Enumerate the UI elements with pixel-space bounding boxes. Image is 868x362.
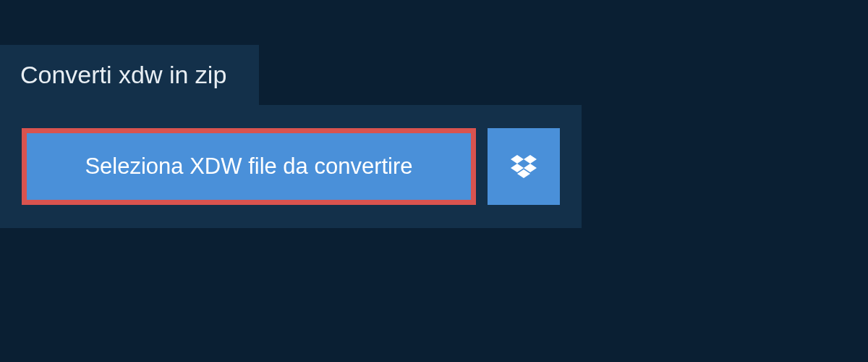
tab-label: Converti xdw in zip [20, 61, 226, 88]
dropbox-icon [511, 155, 537, 178]
upload-panel: Seleziona XDW file da convertire [0, 105, 582, 228]
select-file-label: Seleziona XDW file da convertire [85, 153, 412, 180]
tab-bar: Converti xdw in zip [0, 0, 868, 105]
select-file-button[interactable]: Seleziona XDW file da convertire [22, 128, 476, 205]
tab-convert[interactable]: Converti xdw in zip [0, 45, 259, 105]
dropbox-button[interactable] [488, 128, 560, 205]
